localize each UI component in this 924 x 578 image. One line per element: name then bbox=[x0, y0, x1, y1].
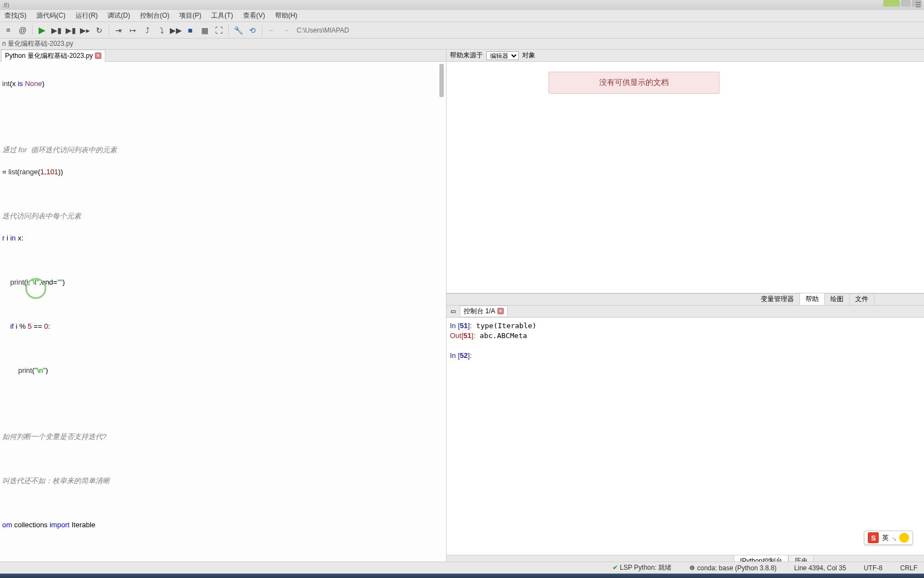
menu-debug[interactable]: 调试(D) bbox=[105, 10, 132, 22]
debug-step-icon[interactable]: ⇥ bbox=[112, 24, 125, 36]
tab-close-icon[interactable]: ✕ bbox=[95, 52, 101, 59]
console-tab-bar: ▭ 控制台 1/A ✕ bbox=[447, 306, 924, 318]
console-tab-active[interactable]: 控制台 1/A ✕ bbox=[460, 306, 508, 317]
menu-view[interactable]: 查看(V) bbox=[241, 10, 267, 22]
ipython-console[interactable]: In [51]: type(Iterable) Out[51]: abc.ABC… bbox=[447, 318, 924, 555]
taskbar[interactable] bbox=[0, 574, 924, 578]
forward-icon[interactable]: → bbox=[280, 24, 292, 36]
status-eol[interactable]: CRLF bbox=[897, 564, 921, 572]
ime-lang-label: 英 bbox=[882, 533, 889, 543]
editor-tab-bar: Python 量化编程基础-2023.py ✕ ☰ bbox=[0, 50, 446, 62]
stop-icon[interactable]: ■ bbox=[184, 24, 196, 36]
right-panel-tabs: 变量管理器 帮助 绘图 文件 bbox=[447, 293, 924, 306]
menu-run[interactable]: 运行(R) bbox=[73, 10, 100, 22]
right-column: 帮助来源于 编辑器 对象 没有可供显示的文档 变量管理器 帮助 绘图 文件 ▭ … bbox=[447, 50, 924, 567]
editor-tab-label: Python 量化编程基础-2023.py bbox=[5, 51, 93, 61]
code-comment: 通过 for 循环迭代访问列表中的元素 bbox=[2, 144, 444, 156]
minimize-button[interactable] bbox=[883, 0, 900, 7]
title-text: .8) bbox=[2, 0, 9, 10]
help-body: 没有可供显示的文档 bbox=[447, 62, 924, 293]
debug-over-icon[interactable]: ⤴ bbox=[141, 24, 153, 36]
editor-options-icon[interactable]: ☰ bbox=[915, 1, 923, 9]
status-linecol[interactable]: Line 4394, Col 35 bbox=[791, 564, 850, 572]
status-conda[interactable]: ☸ conda: base (Python 3.8.8) bbox=[686, 564, 780, 572]
debug-file-icon[interactable]: ▦ bbox=[198, 24, 211, 36]
separator-icon bbox=[32, 25, 33, 36]
tab-plots[interactable]: 绘图 bbox=[825, 293, 850, 305]
separator-icon bbox=[109, 25, 109, 36]
run-cell-advance-icon[interactable]: ▶▮ bbox=[65, 24, 77, 36]
menu-search[interactable]: 查找(S) bbox=[2, 10, 29, 22]
sogou-icon: S bbox=[868, 532, 879, 543]
status-lsp[interactable]: ✔ LSP Python: 就绪 bbox=[609, 563, 675, 572]
ime-punct-icon: ·, bbox=[892, 534, 896, 542]
code-editor[interactable]: int(x is None) 通过 for 循环迭代访问列表中的元素 = lis… bbox=[0, 62, 446, 567]
run-cell-icon[interactable]: ▶▮ bbox=[50, 24, 62, 36]
debug-continue-icon[interactable]: ▶▶ bbox=[170, 24, 182, 36]
menu-help[interactable]: 帮助(H) bbox=[273, 10, 300, 22]
outline-icon[interactable]: ≡ bbox=[2, 24, 14, 36]
maximize-button[interactable] bbox=[901, 0, 911, 7]
console-tab-label: 控制台 1/A bbox=[464, 307, 495, 316]
menu-bar: 查找(S) 源代码(C) 运行(R) 调试(D) 控制台(O) 项目(P) 工具… bbox=[0, 10, 924, 22]
console-tab-close-icon[interactable]: ✕ bbox=[497, 308, 504, 314]
separator-icon bbox=[262, 25, 262, 36]
help-object-label: 对象 bbox=[522, 51, 535, 60]
debug-into-icon[interactable]: ↦ bbox=[127, 24, 139, 36]
separator-icon bbox=[228, 25, 229, 36]
help-header: 帮助来源于 编辑器 对象 bbox=[447, 50, 924, 62]
code-comment: 迭代访问列表中每个元素 bbox=[2, 211, 444, 222]
help-label-prefix: 帮助来源于 bbox=[450, 51, 483, 60]
menu-source[interactable]: 源代码(C) bbox=[34, 10, 68, 22]
breadcrumb-strip: n 量化编程基础-2023.py bbox=[0, 39, 924, 50]
rerun-icon[interactable]: ↻ bbox=[93, 24, 105, 36]
menu-console[interactable]: 控制台(O) bbox=[138, 10, 171, 22]
editor-column: Python 量化编程基础-2023.py ✕ ☰ int(x is None)… bbox=[0, 50, 447, 567]
ime-emoji-icon[interactable] bbox=[899, 533, 909, 543]
menu-tools[interactable]: 工具(T) bbox=[209, 10, 235, 22]
code-comment: 叫迭代还不如：枚举来的简单清晰 bbox=[2, 475, 444, 486]
ime-indicator[interactable]: S 英 ·, bbox=[864, 531, 913, 545]
back-icon[interactable]: ← bbox=[266, 24, 278, 36]
debug-out-icon[interactable]: ⤵ bbox=[155, 24, 168, 36]
title-bar: .8) bbox=[0, 0, 924, 10]
code-comment: 如何判断一个变量是否支持迭代? bbox=[2, 431, 444, 442]
menu-project[interactable]: 项目(P) bbox=[177, 10, 203, 22]
tab-variable-explorer[interactable]: 变量管理器 bbox=[755, 293, 800, 305]
console-collapse-icon[interactable]: ▭ bbox=[449, 307, 458, 315]
run-selection-icon[interactable]: ▶▸ bbox=[79, 24, 91, 36]
help-source-select[interactable]: 编辑器 bbox=[486, 51, 519, 60]
at-icon[interactable]: @ bbox=[17, 24, 29, 36]
editor-tab-active[interactable]: Python 量化编程基础-2023.py ✕ bbox=[1, 50, 105, 62]
tab-help[interactable]: 帮助 bbox=[800, 293, 825, 305]
preferences-icon[interactable]: 🔧 bbox=[232, 24, 244, 36]
python-path-icon[interactable]: ⟲ bbox=[246, 24, 259, 36]
no-doc-message: 没有可供显示的文档 bbox=[549, 72, 719, 94]
main-area: Python 量化编程基础-2023.py ✕ ☰ int(x is None)… bbox=[0, 50, 924, 567]
fullscreen-icon[interactable]: ⛶ bbox=[213, 24, 225, 36]
status-encoding[interactable]: UTF-8 bbox=[861, 564, 886, 572]
tab-files[interactable]: 文件 bbox=[850, 293, 874, 305]
breadcrumb-text: n 量化编程基础-2023.py bbox=[2, 39, 73, 49]
toolbar: ≡ @ ▶ ▶▮ ▶▮ ▶▸ ↻ ⇥ ↦ ⤴ ⤵ ▶▶ ■ ▦ ⛶ 🔧 ⟲ ← … bbox=[0, 22, 924, 39]
run-icon[interactable]: ▶ bbox=[36, 24, 48, 36]
working-dir-path[interactable]: C:\Users\MIAPAD bbox=[294, 26, 349, 34]
editor-scrollbar[interactable] bbox=[439, 64, 445, 97]
status-bar: ✔ LSP Python: 就绪 ☸ conda: base (Python 3… bbox=[0, 561, 924, 574]
